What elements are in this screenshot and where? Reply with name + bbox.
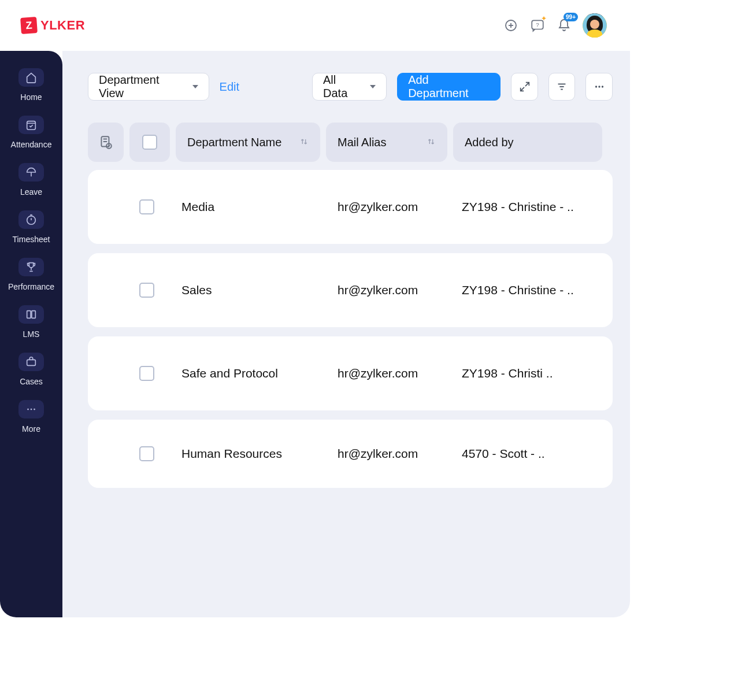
cell-name: Media xyxy=(170,200,326,214)
cell-mail: hr@zylker.com xyxy=(326,447,450,461)
svg-point-16 xyxy=(27,409,29,410)
filter-icon xyxy=(555,80,568,93)
sidebar-item-label: Performance xyxy=(8,282,54,291)
sidebar-item-cases[interactable]: Cases xyxy=(18,353,44,386)
column-form[interactable] xyxy=(88,123,124,162)
svg-rect-5 xyxy=(27,121,36,130)
notifications-icon[interactable]: 99+ xyxy=(556,17,572,34)
column-label: Mail Alias xyxy=(338,136,386,149)
row-checkbox[interactable] xyxy=(139,446,154,461)
sidebar-item-performance[interactable]: Performance xyxy=(8,258,54,291)
data-filter-dropdown[interactable]: All Data xyxy=(312,73,387,101)
cell-added: ZY198 - Christi .. xyxy=(450,366,600,380)
sidebar-item-home[interactable]: Home xyxy=(18,68,44,102)
add-department-button[interactable]: Add Department xyxy=(397,73,501,101)
departments-table: Department Name Mail Alias Added by Medi… xyxy=(88,123,613,488)
cell-added: ZY198 - Christine - .. xyxy=(450,200,600,214)
view-dropdown-label: Department View xyxy=(99,73,184,100)
sidebar-item-label: Home xyxy=(20,92,42,102)
cell-mail: hr@zylker.com xyxy=(326,200,450,214)
sidebar-item-more[interactable]: More xyxy=(18,400,44,434)
svg-rect-13 xyxy=(27,311,31,318)
dots-icon xyxy=(593,80,606,93)
table-row[interactable]: Human Resources hr@zylker.com 4570 - Sco… xyxy=(88,420,613,488)
cell-mail: hr@zylker.com xyxy=(326,366,450,380)
sidebar-item-attendance[interactable]: Attendance xyxy=(11,116,52,149)
cell-added: 4570 - Scott - .. xyxy=(450,447,600,461)
row-checkbox[interactable] xyxy=(139,366,154,381)
select-all-checkbox[interactable] xyxy=(142,135,157,150)
calendar-check-icon xyxy=(18,116,44,134)
home-icon xyxy=(18,68,44,87)
svg-point-22 xyxy=(595,86,597,87)
column-header-mail[interactable]: Mail Alias xyxy=(326,123,447,162)
umbrella-icon xyxy=(18,163,44,182)
brand-tile: Z xyxy=(20,17,38,34)
edit-view-link[interactable]: Edit xyxy=(220,80,239,94)
row-checkbox[interactable] xyxy=(139,199,154,214)
row-checkbox[interactable] xyxy=(139,283,154,298)
sidebar-item-label: LMS xyxy=(23,329,40,339)
briefcase-icon xyxy=(18,353,44,371)
sidebar-item-label: Cases xyxy=(20,377,43,386)
sidebar-item-label: Timesheet xyxy=(13,235,50,244)
table-row[interactable]: Media hr@zylker.com ZY198 - Christine - … xyxy=(88,170,613,244)
expand-icon xyxy=(518,80,531,93)
svg-point-8 xyxy=(27,216,36,225)
cell-name: Sales xyxy=(170,283,326,297)
column-label: Added by xyxy=(465,136,514,149)
sidebar-item-label: Attendance xyxy=(11,140,52,149)
sidebar-item-label: More xyxy=(22,424,40,434)
cell-name: Human Resources xyxy=(170,447,326,461)
cell-mail: hr@zylker.com xyxy=(326,283,450,297)
column-label: Department Name xyxy=(187,136,281,149)
help-chat-icon[interactable]: ? ✦ xyxy=(529,17,546,34)
form-icon xyxy=(98,135,113,150)
cell-added: ZY198 - Christine - .. xyxy=(450,283,600,297)
data-filter-label: All Data xyxy=(323,73,362,100)
svg-text:?: ? xyxy=(536,21,539,28)
svg-point-24 xyxy=(602,86,603,87)
expand-button[interactable] xyxy=(511,73,538,101)
svg-point-23 xyxy=(598,86,600,87)
table-row[interactable]: Sales hr@zylker.com ZY198 - Christine - … xyxy=(88,253,613,327)
sidebar-item-label: Leave xyxy=(20,187,42,197)
stopwatch-icon xyxy=(18,210,44,229)
cell-name: Safe and Protocol xyxy=(170,366,326,380)
view-dropdown[interactable]: Department View xyxy=(88,73,209,101)
add-icon[interactable] xyxy=(503,17,519,34)
sidebar-item-lms[interactable]: LMS xyxy=(18,305,44,339)
svg-point-18 xyxy=(34,409,35,410)
column-select-all[interactable] xyxy=(129,123,170,162)
column-header-added[interactable]: Added by xyxy=(453,123,602,162)
sidebar-item-timesheet[interactable]: Timesheet xyxy=(13,210,50,244)
table-row[interactable]: Safe and Protocol hr@zylker.com ZY198 - … xyxy=(88,336,613,410)
svg-rect-14 xyxy=(32,311,35,318)
trophy-icon xyxy=(18,258,44,276)
column-header-name[interactable]: Department Name xyxy=(176,123,320,162)
sort-icon xyxy=(427,136,436,149)
filter-button[interactable] xyxy=(548,73,576,101)
sidebar-item-leave[interactable]: Leave xyxy=(18,163,44,197)
add-department-label: Add Department xyxy=(408,73,490,100)
more-actions-button[interactable] xyxy=(585,73,613,101)
more-icon xyxy=(18,400,44,418)
sort-icon xyxy=(299,136,309,149)
svg-point-17 xyxy=(31,409,32,410)
avatar[interactable] xyxy=(583,13,607,38)
notifications-badge: 99+ xyxy=(564,13,578,21)
book-icon xyxy=(18,305,44,324)
brand-logo: Z YLKER xyxy=(21,17,85,34)
svg-rect-15 xyxy=(27,360,36,365)
brand-name: YLKER xyxy=(40,18,85,33)
